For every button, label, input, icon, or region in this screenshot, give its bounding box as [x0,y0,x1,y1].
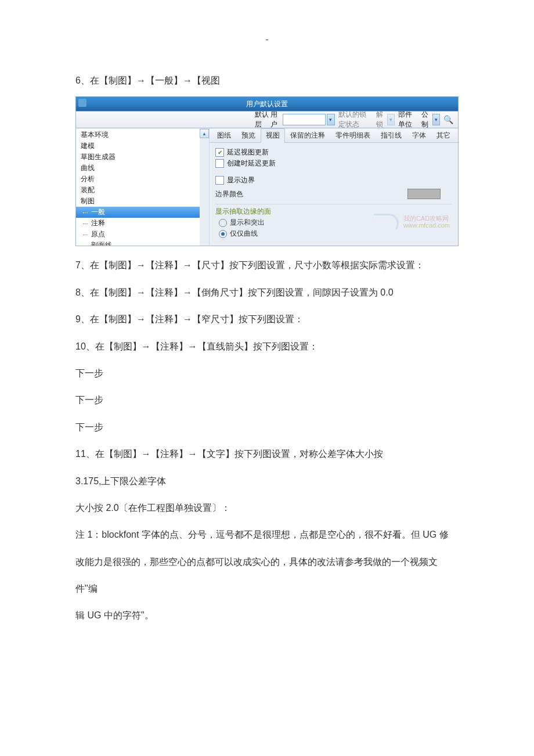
tree-item[interactable]: 制图 [76,196,209,207]
tree-item[interactable]: 装配 [76,185,209,196]
tree-item[interactable]: 曲线 [76,163,209,174]
chk-show-boundary[interactable]: 显示边界 [215,175,452,185]
boundary-color-label: 边界颜色 [215,189,243,199]
para-11b: 3.175,上下限公差字体 [75,468,459,495]
chk-delay-update-label: 延迟视图更新 [227,147,269,157]
checkbox-icon [215,159,224,168]
settings-tree[interactable]: 基本环境建模草图生成器曲线分析装配制图一般注释原点剖面线视图视图标签 [76,128,209,246]
tree-item[interactable]: 基本环境 [76,129,209,141]
unit-label: 部件单位 [398,110,418,129]
watermark-line2: www.mfcad.com [403,222,450,229]
boundary-color-row: 边界颜色 [215,189,452,199]
tab-6[interactable]: 字体 [407,128,431,142]
tree-scrollbar[interactable]: ▲ [200,128,209,246]
unlock-label: 解锁 [376,110,386,129]
radio-only-curves[interactable]: 仅仅曲线 [219,229,452,239]
tab-4[interactable]: 零件明细表 [330,128,376,142]
chk-delay-on-create-label: 创建时延迟更新 [227,159,276,168]
para-next1: 下一步 [75,360,459,387]
radio-only-curves-label: 仅仅曲线 [230,229,258,239]
tab-7[interactable]: 其它 [431,128,456,142]
tab-bar: 图纸预览视图保留的注释零件明细表指引线字体其它 [210,128,458,143]
checkbox-icon [215,148,224,157]
sysmenu-icon [78,99,86,107]
para-6: 6、在【制图】→【一般】→【视图 [75,67,459,94]
boundary-color-swatch[interactable] [407,189,441,199]
para-note1b: 改能力是很强的，那些空心的点都可以改成实心的，具体的改法请参考我做的一个视频文件… [75,549,459,603]
chk-delay-on-create[interactable]: 创建时延迟更新 [215,159,452,168]
tree-item[interactable]: 分析 [76,174,209,185]
settings-panel: 图纸预览视图保留的注释零件明细表指引线字体其它 延迟视图更新 创建时延迟更新 [210,128,458,246]
settings-dialog: 用户默认设置 默认层 用户 ▾ 默认的锁定状态 解锁 ▾ 部件单位 公制 ▾ 🔍… [75,96,459,246]
radio-show-highlight-label: 显示和突出 [230,218,265,228]
chk-delay-update[interactable]: 延迟视图更新 [215,147,452,157]
unit-value: 公制 [421,110,431,129]
tree-pane: 基本环境建模草图生成器曲线分析装配制图一般注释原点剖面线视图视图标签 ▲ [76,128,210,246]
para-note1c: 辑 UG 中的字符"。 [75,602,459,629]
para-10: 10、在【制图】→【注释】→【直线箭头】按下列图设置： [75,333,459,360]
para-11a: 11、在【制图】→【注释】→【文字】按下列图设置，对称公差字体大小按 [75,441,459,467]
dialog-titlebar: 用户默认设置 [75,96,459,111]
para-8: 8、在【制图】→【注释】→【倒角尺寸】按下列图设置，间隙因子设置为 0.0 [75,279,459,306]
tree-item[interactable]: 草图生成器 [76,152,209,163]
page-header-mark: - [0,35,534,44]
user-dropdown-icon[interactable]: ▾ [327,114,334,125]
chk-show-boundary-label: 显示边界 [227,175,255,185]
unit-dropdown-icon[interactable]: ▾ [432,114,440,125]
para-next3: 下一步 [75,414,459,441]
para-next2: 下一步 [75,387,459,413]
watermark: 我的CAD攻略网 www.mfcad.com [371,214,450,229]
tree-item[interactable]: 原点 [76,229,209,240]
tree-item[interactable]: 注释 [76,218,209,229]
tab-0[interactable]: 图纸 [212,128,236,142]
dialog-toolbar: 默认层 用户 ▾ 默认的锁定状态 解锁 ▾ 部件单位 公制 ▾ 🔍 [75,111,459,128]
user-label: 用户 [270,110,280,129]
scroll-up-icon[interactable]: ▲ [200,129,209,138]
radio-icon [219,230,227,238]
dialog-title: 用户默认设置 [246,99,288,109]
watermark-logo-icon [369,214,403,229]
radio-icon [219,219,227,227]
tree-item[interactable]: 一般 [76,207,209,218]
watermark-line1: 我的CAD攻略网 [403,215,450,222]
lock-dropdown-icon[interactable]: ▾ [387,114,395,125]
lock-state-label: 默认的锁定状态 [338,110,373,129]
para-11c: 大小按 2.0〔在作工程图单独设置〕： [75,495,459,521]
tab-5[interactable]: 指引线 [376,128,407,142]
tab-2[interactable]: 视图 [261,128,285,143]
para-note1a: 注 1：blockfont 字体的点、分号，逗号都不是很理想，点都是空心的，很不… [75,521,459,548]
user-combo[interactable] [283,114,326,125]
tree-item[interactable]: 建模 [76,141,209,152]
tree-item[interactable]: 剖面线 [76,240,209,246]
find-icon[interactable]: 🔍 [443,114,453,125]
tab-1[interactable]: 预览 [236,128,261,142]
tab-3[interactable]: 保留的注释 [285,128,330,142]
para-9: 9、在【制图】→【注释】→【窄尺寸】按下列图设置： [75,306,459,333]
default-layer-label: 默认层 [255,110,269,129]
checkbox-icon [215,176,224,185]
para-7: 7、在【制图】→【注释】→【尺寸】按下列图设置，尺寸小数等根据实际需求设置： [75,252,459,279]
